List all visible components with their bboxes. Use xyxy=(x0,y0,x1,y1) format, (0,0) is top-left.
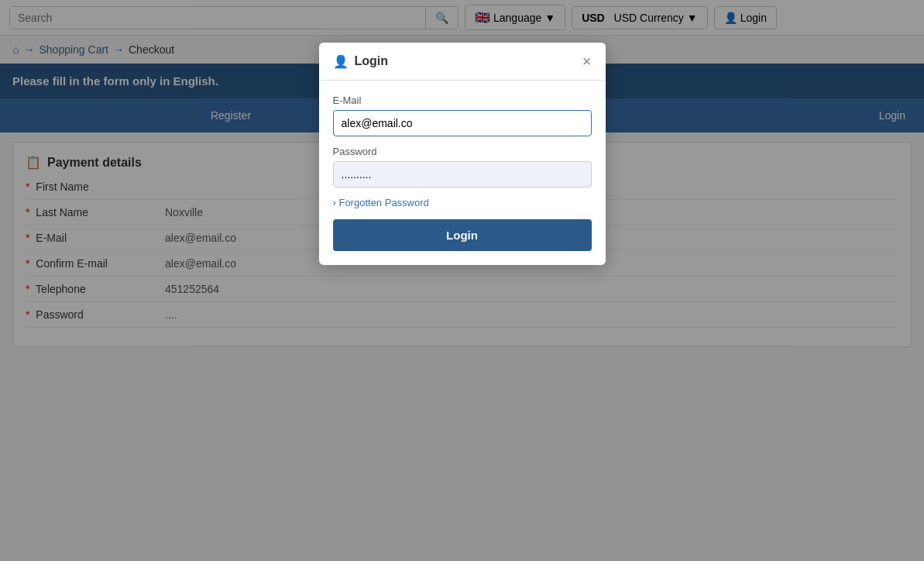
modal-close-button[interactable]: × xyxy=(582,53,592,69)
forgotten-password-link[interactable]: Forgotten Password xyxy=(333,197,592,208)
modal-password-input[interactable] xyxy=(333,161,592,188)
modal-user-icon: 👤 xyxy=(333,54,349,69)
login-modal: 👤 Login × E-Mail Password Forgotten Pass… xyxy=(319,43,606,265)
modal-overlay: 👤 Login × E-Mail Password Forgotten Pass… xyxy=(0,0,924,356)
modal-title-text: Login xyxy=(355,54,389,68)
modal-password-label: Password xyxy=(333,146,592,157)
modal-body: E-Mail Password Forgotten Password Login xyxy=(319,81,606,265)
modal-login-button[interactable]: Login xyxy=(333,219,592,251)
modal-email-label: E-Mail xyxy=(333,95,592,106)
modal-email-input[interactable] xyxy=(333,110,592,136)
modal-header: 👤 Login × xyxy=(319,43,606,81)
modal-title: 👤 Login xyxy=(333,54,389,69)
